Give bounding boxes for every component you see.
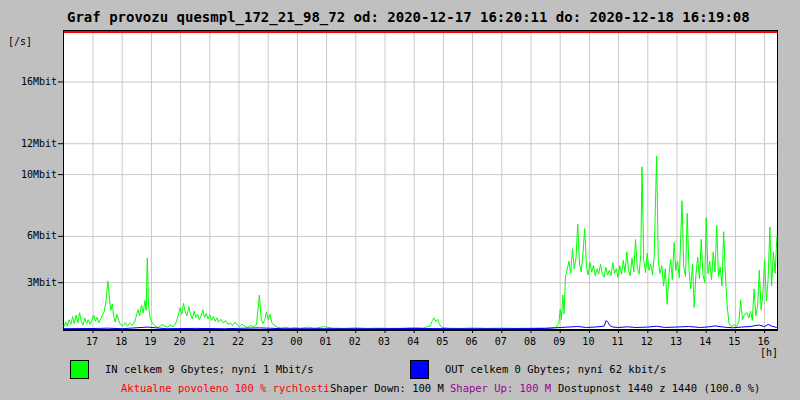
x-tick-label: 04 (400, 336, 426, 348)
x-tick-label: 19 (137, 336, 163, 348)
x-tick-label: 16 (751, 336, 777, 348)
in-legend-swatch (70, 360, 89, 379)
x-tick-label: 20 (167, 336, 193, 348)
traffic-chart-svg (64, 31, 777, 329)
out-legend-label: OUT celkem 0 Gbytes; nyní 62 kbit/s (445, 363, 666, 376)
x-tick-label: 03 (371, 336, 397, 348)
x-tick-label: 18 (108, 336, 134, 348)
x-tick-label: 15 (721, 336, 747, 348)
x-tick-label: 07 (488, 336, 514, 348)
graph-title: Graf provozu quesmpl_172_21_98_72 od: 20… (67, 9, 750, 25)
x-tick-label: 09 (546, 336, 572, 348)
y-tick-label: 3Mbit (0, 277, 57, 289)
x-tick-label: 23 (254, 336, 280, 348)
x-tick-label: 11 (605, 336, 631, 348)
y-tick-label: 10Mbit (0, 169, 57, 181)
x-tick-label: 21 (196, 336, 222, 348)
x-tick-label: 10 (575, 336, 601, 348)
availability-status: Dostupnost 1440 z 1440 (100.0 %) (558, 382, 760, 395)
plot-area (63, 30, 778, 331)
x-tick-label: 05 (429, 336, 455, 348)
y-axis-unit-label: [/s] (8, 36, 32, 47)
in-traffic-line (64, 156, 777, 328)
x-tick-label: 13 (663, 336, 689, 348)
x-tick-label: 01 (313, 336, 339, 348)
x-tick-label: 02 (342, 336, 368, 348)
x-tick-label: 08 (517, 336, 543, 348)
y-tick-label: 16Mbit (0, 76, 57, 88)
shaper-up-status: Shaper Up: 100 M (450, 382, 551, 395)
shaper-down-status: Shaper Down: 100 M (330, 382, 444, 395)
x-tick-label: 22 (225, 336, 251, 348)
allowed-speed-status: Aktualne povoleno 100 % rychlosti (121, 382, 330, 395)
x-tick-label: 06 (459, 336, 485, 348)
y-tick-label: 6Mbit (0, 230, 57, 242)
in-legend-label: IN celkem 9 Gbytes; nyní 1 Mbit/s (105, 363, 314, 376)
traffic-graph-window: Graf provozu quesmpl_172_21_98_72 od: 20… (0, 0, 800, 400)
x-axis-unit-label: [h] (760, 347, 778, 358)
x-tick-label: 12 (634, 336, 660, 348)
x-tick-label: 00 (283, 336, 309, 348)
x-tick-label: 17 (79, 336, 105, 348)
y-tick-label: 12Mbit (0, 138, 57, 150)
x-tick-label: 14 (692, 336, 718, 348)
out-legend-swatch (410, 360, 429, 379)
